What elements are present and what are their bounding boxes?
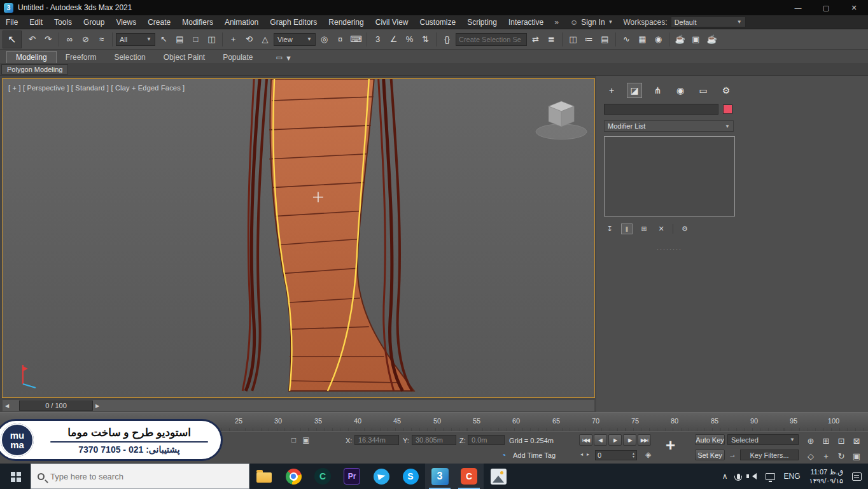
menu-edit[interactable]: Edit xyxy=(24,15,48,29)
modify-tab-icon[interactable]: ◪ xyxy=(627,83,642,98)
rollout-resize-handle[interactable]: ········ xyxy=(604,246,735,252)
tab-freeform[interactable]: Freeform xyxy=(57,52,106,63)
auto-key-button[interactable]: Auto Key xyxy=(695,434,725,445)
frame-back-arrow[interactable]: ◂ xyxy=(580,451,583,457)
key-filter-toggle-icon[interactable]: → xyxy=(729,450,736,459)
menu-civil-view[interactable]: Civil View xyxy=(370,15,414,29)
time-slider-right-arrow[interactable]: ▶ xyxy=(93,400,102,411)
select-manipulate-icon[interactable]: ¤ xyxy=(333,32,347,46)
orbit-icon[interactable]: ↻ xyxy=(834,449,849,464)
taskbar-premiere[interactable]: Pr xyxy=(337,464,367,489)
utilities-tab-icon[interactable]: ⚙ xyxy=(718,83,734,98)
set-keys-button[interactable]: + xyxy=(666,436,675,455)
select-and-link-icon[interactable]: ∞ xyxy=(62,32,77,46)
rectangular-selection-icon[interactable]: □ xyxy=(188,32,203,46)
motion-tab-icon[interactable]: ◉ xyxy=(673,83,688,98)
taskbar-telegram[interactable] xyxy=(367,464,396,489)
undo-icon[interactable]: ↶ xyxy=(25,32,39,46)
create-tab-icon[interactable]: + xyxy=(604,83,619,98)
maximize-button[interactable]: ▢ xyxy=(812,0,840,15)
viewport-label[interactable]: [ + ] [ Perspective ] [ Standard ] [ Cla… xyxy=(8,84,185,92)
material-editor-icon[interactable]: ◉ xyxy=(651,32,666,46)
taskbar-clock[interactable]: 11:07 ق.ظ ۱۳۹۹/۰۹/۱۵ xyxy=(809,467,843,485)
pin-stack-icon[interactable]: ↧ xyxy=(604,223,615,234)
menu-create[interactable]: Create xyxy=(142,15,176,29)
taskbar-search[interactable] xyxy=(31,464,249,489)
layer-explorer-icon[interactable]: ≔ xyxy=(582,32,596,46)
percent-snap-icon[interactable]: % xyxy=(402,32,417,46)
maximize-viewport-icon[interactable]: ▣ xyxy=(849,449,864,464)
window-crossing-icon[interactable]: ◫ xyxy=(204,32,219,46)
select-scale-icon[interactable]: △ xyxy=(258,32,272,46)
modifier-list-dropdown[interactable]: Modifier List ▼ xyxy=(604,120,734,132)
key-filters-button[interactable]: Key Filters... xyxy=(740,450,799,460)
configure-modifier-sets-icon[interactable]: ⚙ xyxy=(679,223,690,234)
zoom-extents-icon[interactable]: ⊡ xyxy=(834,434,849,448)
x-coordinate-field[interactable]: 16.344m xyxy=(354,435,399,445)
taskbar-camtasia[interactable]: C xyxy=(308,464,337,489)
y-coordinate-field[interactable]: 30.805m xyxy=(412,435,456,445)
menu-file[interactable]: File xyxy=(0,15,24,29)
edit-named-selection-sets-icon[interactable]: {} xyxy=(440,32,454,46)
menu-views[interactable]: Views xyxy=(110,15,142,29)
keyboard-override-icon[interactable]: ⌨ xyxy=(349,32,363,46)
add-time-tag-button[interactable]: Add Time Tag xyxy=(513,451,556,459)
taskbar-chrome[interactable] xyxy=(279,464,308,489)
pan-icon[interactable]: + xyxy=(818,449,834,464)
minimize-button[interactable]: — xyxy=(784,0,812,15)
isolate-selection-icon[interactable]: □ xyxy=(291,436,296,444)
default-tangents-icon[interactable]: ◈ xyxy=(645,450,651,459)
menu-interactive[interactable]: Interactive xyxy=(503,15,549,29)
menu-overflow-icon[interactable]: » xyxy=(549,18,564,27)
bind-to-space-warp-icon[interactable]: ≈ xyxy=(94,32,109,46)
render-production-icon[interactable]: ☕ xyxy=(704,32,719,46)
play-button[interactable]: ▶ xyxy=(608,434,622,446)
menu-group[interactable]: Group xyxy=(78,15,110,29)
time-slider-handle[interactable]: 0 / 100 xyxy=(19,400,93,411)
menu-animation[interactable]: Animation xyxy=(219,15,264,29)
go-to-end-button[interactable]: ▶▶I xyxy=(638,434,651,446)
select-object-icon[interactable]: ↖ xyxy=(157,32,171,46)
angle-snap-icon[interactable]: ∠ xyxy=(386,32,401,46)
object-name-field[interactable] xyxy=(604,104,718,115)
microphone-icon[interactable] xyxy=(737,474,740,479)
named-selection-set-field[interactable] xyxy=(456,33,527,46)
perspective-viewport[interactable]: [ + ] [ Perspective ] [ Standard ] [ Cla… xyxy=(2,78,595,398)
snap-toggle-3d-icon[interactable]: 3 xyxy=(370,32,385,46)
taskbar-skype[interactable]: S xyxy=(396,464,425,489)
zoom-all-icon[interactable]: ⊞ xyxy=(818,434,834,448)
taskbar-app-c[interactable]: C xyxy=(454,464,484,489)
selection-filter-dropdown[interactable]: All ▼ xyxy=(116,33,155,46)
time-slider[interactable]: ◀ 0 / 100 ▶ xyxy=(2,399,595,412)
tab-populate[interactable]: Populate xyxy=(214,52,262,63)
sign-in-button[interactable]: ☺ Sign In ▼ xyxy=(564,18,620,27)
close-button[interactable]: ✕ xyxy=(840,0,868,15)
menu-customize[interactable]: Customize xyxy=(414,15,462,29)
remove-modifier-icon[interactable]: ✕ xyxy=(655,223,667,234)
start-button[interactable] xyxy=(0,464,31,489)
taskbar-3dsmax[interactable]: 3 xyxy=(425,464,454,489)
hidden-icons-chevron[interactable]: ∧ xyxy=(722,472,728,481)
redo-icon[interactable]: ↷ xyxy=(41,32,55,46)
workspace-dropdown[interactable]: Default ▼ xyxy=(671,17,746,27)
mirror-icon[interactable]: ⇄ xyxy=(528,32,543,46)
viewport-canvas[interactable] xyxy=(3,79,594,397)
hierarchy-tab-icon[interactable]: ⋔ xyxy=(650,83,665,98)
scene-explorer-icon[interactable]: ◫ xyxy=(566,32,580,46)
previous-frame-button[interactable]: ◀I xyxy=(594,434,607,446)
polygon-modeling-panel-button[interactable]: Polygon Modeling xyxy=(1,64,68,74)
next-frame-button[interactable]: I▶ xyxy=(623,434,636,446)
language-indicator[interactable]: ENG xyxy=(784,472,801,481)
frame-forward-arrow[interactable]: ▸ xyxy=(587,451,589,457)
menu-scripting[interactable]: Scripting xyxy=(461,15,503,29)
modifier-stack[interactable] xyxy=(604,136,735,216)
tab-modeling[interactable]: Modeling xyxy=(6,51,57,63)
spinner-snap-icon[interactable]: ⇅ xyxy=(418,32,433,46)
rendered-frame-icon[interactable]: ▣ xyxy=(689,32,703,46)
curve-editor-icon[interactable]: ∿ xyxy=(619,32,634,46)
make-unique-icon[interactable]: ⊞ xyxy=(638,223,650,234)
ribbon-display-icon[interactable]: ▭ xyxy=(276,53,283,62)
menu-tools[interactable]: Tools xyxy=(48,15,78,29)
ribbon-toggle-icon[interactable]: ▤ xyxy=(598,32,612,46)
display-tab-icon[interactable]: ▭ xyxy=(696,83,711,98)
